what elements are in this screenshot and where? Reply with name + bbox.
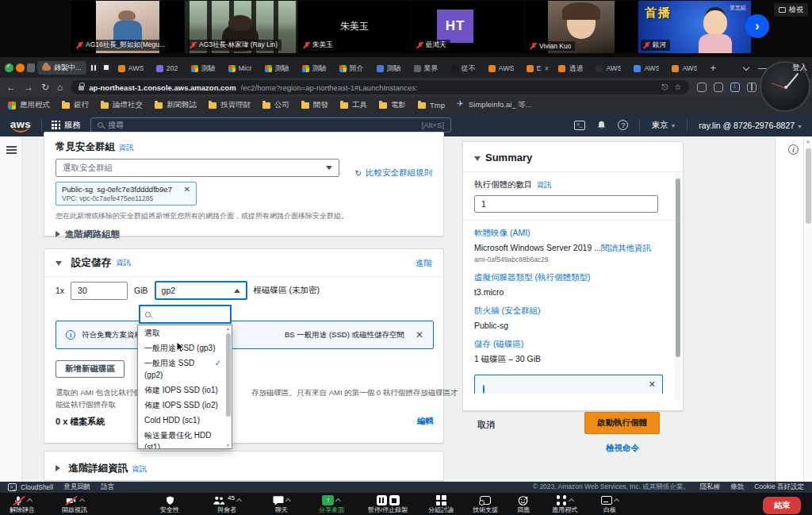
storage-link[interactable]: 儲存 (磁碟區) [474, 339, 672, 350]
participants-button[interactable]: 45 與會者 [213, 494, 241, 514]
screenshot-extension-icon[interactable] [697, 83, 707, 92]
forward-button[interactable]: → [24, 83, 33, 92]
download-extension-icon[interactable] [730, 83, 740, 92]
page-scrollbar[interactable] [803, 136, 812, 482]
bookmark-item[interactable]: Tmp [418, 101, 445, 110]
dropdown-option[interactable]: Cold HDD (sc1) [138, 413, 224, 428]
alert-close-icon[interactable]: ✕ [649, 379, 656, 390]
bookmark-item[interactable]: 電影 [379, 100, 406, 110]
hamburger-menu-icon[interactable] [6, 146, 17, 148]
help-icon[interactable]: ? [618, 120, 628, 130]
region-selector[interactable]: 東京 ▼ [651, 120, 676, 131]
volume-type-select[interactable]: gp2 [155, 281, 247, 300]
share-screen-button[interactable]: ↑ 分享畫面 [319, 494, 344, 514]
new-tab-button[interactable]: + [710, 62, 716, 74]
bookmark-item[interactable]: Simpleinfo.ai_ 等... [457, 100, 532, 110]
language-link[interactable]: 語言 [101, 482, 114, 492]
share-icon[interactable]: ⎋ [661, 83, 668, 92]
browser-tab[interactable]: 202 [152, 62, 186, 75]
browser-tab[interactable]: 從不 [447, 61, 483, 75]
expander-arrow-icon[interactable] [56, 261, 62, 266]
view-commands-link[interactable]: 檢視命令 [587, 443, 658, 454]
recording-pause-button[interactable] [89, 63, 99, 73]
pause-stop-recording-button[interactable]: 暫停/停止錄製 [368, 494, 408, 514]
dropdown-option[interactable]: 選取 [138, 325, 224, 340]
pinned-tab-icon[interactable] [5, 63, 13, 72]
info-link[interactable]: 資訊 [116, 258, 131, 268]
terms-link[interactable]: 條款 [730, 482, 744, 492]
browser-tab[interactable]: 測驗 [261, 61, 297, 75]
bookmark-item[interactable]: 應用程式 [8, 100, 50, 110]
recording-stop-button[interactable] [102, 63, 112, 73]
chevron-up-icon[interactable] [335, 498, 341, 504]
chevron-up-icon[interactable] [285, 498, 291, 504]
compare-rules-link[interactable]: ↻比較安全群組規則 [354, 167, 432, 179]
participant-tile-active-speaker[interactable]: AG3社長-林家瑋 (Ray Lin) [185, 1, 297, 53]
cloudshell-icon[interactable] [574, 121, 585, 130]
info-link[interactable]: 資訊 [118, 143, 133, 152]
bookmark-item[interactable]: 論壇社交 [101, 100, 143, 110]
reload-button[interactable]: ↻ [41, 83, 49, 92]
security-group-chip[interactable]: ✕Public-sg sg-0efc7e3fddddfb9e7VPC: vpc-… [56, 182, 197, 206]
browser-tab[interactable]: 業界 [410, 61, 446, 75]
mic-extension-icon[interactable] [27, 63, 35, 72]
dropdown-option[interactable]: 佈建 IOPS SSD (io1) [138, 382, 224, 398]
participant-tile[interactable]: AG16社長_鄭如如(Megu... [71, 1, 184, 53]
security-group-select[interactable]: 選取安全群組 [56, 159, 339, 177]
chat-button[interactable]: 聊天 [273, 494, 290, 514]
tab-close-icon[interactable]: × [545, 64, 550, 73]
dropdown-option[interactable]: 佈建 IOPS SSD (io2) [138, 398, 224, 413]
refresh-icon[interactable]: ↻ [354, 168, 362, 178]
browser-tab[interactable]: AWS [630, 62, 666, 75]
volume-size-input[interactable]: 30 [71, 282, 128, 300]
start-video-button[interactable]: 開啟視訊 [62, 494, 87, 514]
account-menu[interactable]: ray.lin @ 8726-2976-8827 ▼ [699, 121, 802, 130]
launch-instance-button[interactable]: 啟動執行個體 [584, 412, 660, 434]
summary-scrollbar[interactable] [675, 172, 680, 401]
chevron-up-icon[interactable] [79, 498, 85, 504]
bookmark-item[interactable]: 投資理財 [209, 100, 251, 110]
participant-tile[interactable]: HT 藍澔天 [412, 1, 524, 53]
address-bar[interactable]: ap-northeast-1.console.aws.amazon.com /e… [71, 80, 689, 94]
browser-tab[interactable]: 測驗 [187, 61, 223, 75]
browser-tab[interactable]: AWS [592, 62, 628, 75]
read-more-link[interactable]: 閱讀其他資訊 [601, 243, 651, 252]
aws-logo[interactable]: aws [10, 118, 32, 133]
end-meeting-button[interactable]: 結束 [763, 497, 801, 514]
volume-type-search-input[interactable] [139, 305, 232, 324]
participant-tile[interactable]: 首播 第五組 銀河 [638, 1, 751, 53]
chevron-up-icon[interactable] [27, 498, 33, 504]
back-button[interactable]: ← [6, 83, 16, 92]
breakout-rooms-button[interactable]: 分組討論 [428, 494, 454, 514]
console-search-input[interactable]: 搜尋 [Alt+S] [90, 117, 451, 133]
tab-search-icon[interactable] [743, 64, 749, 71]
dropdown-option[interactable]: ✓一般用途 SSD (gp2) [138, 356, 224, 382]
browser-tab[interactable]: 開介 [335, 61, 371, 75]
ami-link[interactable]: 軟體映像 (AMI) [474, 228, 672, 239]
cloudshell-button[interactable]: CloudShell [8, 483, 53, 491]
edit-link[interactable]: 編輯 [417, 416, 434, 428]
instance-type-link[interactable]: 虛擬伺服器類型 (執行個體類型) [474, 272, 672, 283]
instance-count-input[interactable]: 1 [474, 195, 658, 213]
stop-recording-icon[interactable] [389, 495, 400, 505]
feedback-link[interactable]: 意見回饋 [63, 482, 90, 492]
browser-signin-label[interactable]: 登入 [792, 63, 807, 73]
info-panel-icon[interactable]: i [788, 144, 799, 155]
extensions-puzzle-icon[interactable] [714, 83, 723, 92]
bookmark-item[interactable]: 新聞雜誌 [155, 100, 197, 110]
participant-tile[interactable]: 朱美玉 朱美玉 [298, 1, 411, 53]
browser-tab[interactable]: 透過 [554, 61, 590, 75]
advanced-network-toggle[interactable]: 進階網路組態 [56, 229, 432, 240]
view-button[interactable]: 檢視 [774, 3, 808, 17]
reactions-button[interactable]: 回應 [517, 494, 530, 514]
browser-tab[interactable]: AWS [668, 62, 704, 75]
next-participants-button[interactable]: › [745, 14, 769, 38]
security-button[interactable]: 安全性 [160, 494, 179, 514]
browser-tab[interactable]: Micr [224, 62, 259, 75]
firewall-link[interactable]: 防火牆 (安全群組) [474, 306, 672, 317]
cancel-button[interactable]: 取消 [477, 419, 495, 431]
pause-recording-icon[interactable] [377, 495, 387, 505]
bookmark-item[interactable]: 銀行 [62, 100, 89, 110]
home-button[interactable]: ⌂ [57, 83, 63, 92]
chip-remove-icon[interactable]: ✕ [184, 185, 190, 194]
